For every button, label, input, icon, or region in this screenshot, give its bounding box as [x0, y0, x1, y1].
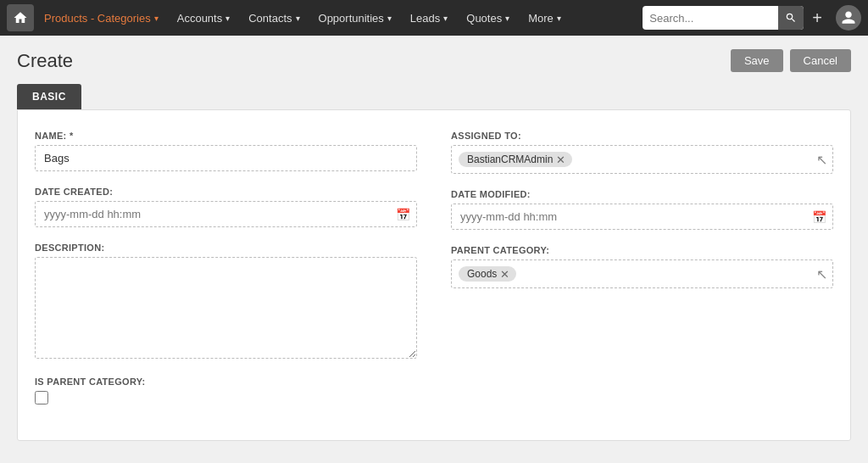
search-input[interactable] [643, 12, 778, 25]
parent-category-tag: Goods ✕ [459, 266, 516, 282]
name-input[interactable] [35, 145, 417, 171]
tab-basic[interactable]: BASIC [17, 84, 81, 109]
tabs-bar: BASIC [17, 84, 851, 109]
form-right-column: ASSIGNED TO: BastianCRMAdmin ✕ ↖ DATE MO… [451, 131, 833, 420]
assigned-to-tag: BastianCRMAdmin ✕ [459, 152, 572, 167]
nav-item-accounts[interactable]: Accounts ▾ [169, 7, 238, 30]
calendar-icon[interactable]: 📅 [812, 210, 826, 224]
description-label: DESCRIPTION: [35, 243, 417, 253]
avatar[interactable] [836, 5, 861, 31]
home-button[interactable] [7, 4, 34, 31]
chevron-down-icon: ▾ [387, 14, 392, 23]
header-buttons: Save Cancel [731, 49, 851, 72]
date-modified-input[interactable] [451, 204, 833, 230]
search-bar [643, 6, 804, 30]
name-label: NAME: * [35, 131, 417, 141]
nav-item-opportunities[interactable]: Opportunities ▾ [310, 7, 400, 30]
form-grid: NAME: * DATE CREATED: 📅 DESCRIPTION: [35, 131, 833, 420]
assigned-to-input[interactable]: BastianCRMAdmin ✕ ↖ [451, 145, 833, 174]
is-parent-label: IS PARENT CATEGORY: [35, 377, 417, 387]
parent-category-tag-remove[interactable]: ✕ [500, 269, 509, 280]
is-parent-checkbox[interactable] [35, 391, 48, 404]
navbar: Products - Categories ▾ Accounts ▾ Conta… [0, 0, 868, 36]
name-field-group: NAME: * [35, 131, 417, 171]
date-created-label: DATE CREATED: [35, 187, 417, 197]
date-created-field-group: DATE CREATED: 📅 [35, 187, 417, 227]
is-parent-field-group: IS PARENT CATEGORY: [35, 377, 417, 404]
assigned-to-field-group: ASSIGNED TO: BastianCRMAdmin ✕ ↖ [451, 131, 833, 174]
date-created-input[interactable] [35, 201, 417, 227]
parent-category-field-group: PARENT CATEGORY: Goods ✕ ↖ [451, 245, 833, 288]
page-header: Create Save Cancel [17, 49, 851, 72]
nav-item-contacts[interactable]: Contacts ▾ [240, 7, 308, 30]
add-button[interactable]: + [805, 8, 829, 28]
chevron-down-icon: ▾ [557, 14, 561, 23]
chevron-down-icon: ▾ [443, 14, 448, 23]
cancel-button[interactable]: Cancel [790, 49, 851, 72]
nav-item-leads[interactable]: Leads ▾ [402, 7, 456, 30]
cursor-icon: ↖ [816, 266, 827, 282]
chevron-down-icon: ▾ [154, 14, 159, 23]
form-panel: NAME: * DATE CREATED: 📅 DESCRIPTION: [17, 109, 851, 441]
save-button[interactable]: Save [731, 49, 783, 72]
description-field-group: DESCRIPTION: [35, 243, 417, 361]
calendar-icon[interactable]: 📅 [396, 208, 410, 221]
assigned-to-tag-remove[interactable]: ✕ [556, 154, 565, 165]
cursor-icon: ↖ [816, 152, 827, 168]
page-content: Create Save Cancel BASIC NAME: * DATE CR… [0, 36, 868, 455]
page-title: Create [17, 50, 73, 72]
date-modified-field-group: DATE MODIFIED: 📅 [451, 189, 833, 230]
chevron-down-icon: ▾ [505, 14, 509, 23]
nav-item-products-categories[interactable]: Products - Categories ▾ [36, 7, 167, 30]
date-created-input-wrapper: 📅 [35, 201, 417, 227]
date-modified-input-wrapper: 📅 [451, 204, 833, 230]
parent-category-input[interactable]: Goods ✕ ↖ [451, 259, 833, 288]
search-button[interactable] [778, 6, 804, 30]
nav-item-more[interactable]: More ▾ [520, 7, 570, 30]
description-textarea[interactable] [35, 257, 417, 359]
nav-item-quotes[interactable]: Quotes ▾ [458, 7, 518, 30]
assigned-to-label: ASSIGNED TO: [451, 131, 833, 141]
is-parent-checkbox-group [35, 391, 417, 404]
chevron-down-icon: ▾ [225, 14, 230, 23]
parent-category-label: PARENT CATEGORY: [451, 245, 833, 255]
chevron-down-icon: ▾ [296, 14, 300, 23]
form-left-column: NAME: * DATE CREATED: 📅 DESCRIPTION: [35, 131, 417, 420]
date-modified-label: DATE MODIFIED: [451, 189, 833, 199]
